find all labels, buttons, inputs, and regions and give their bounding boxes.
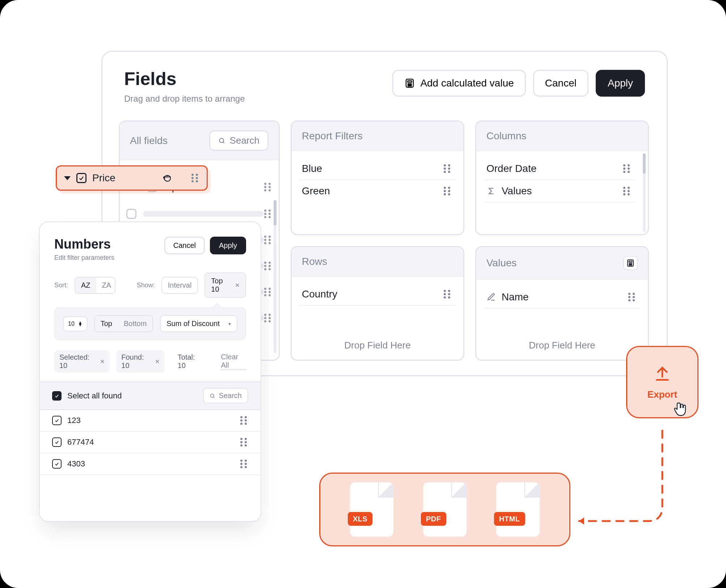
apply-button[interactable]: Apply	[596, 70, 645, 97]
bottom-option[interactable]: Bottom	[118, 316, 152, 331]
chip-label: Values	[502, 185, 532, 197]
svg-point-3	[409, 84, 410, 85]
drag-handle-icon[interactable]	[443, 164, 452, 173]
add-calculated-button[interactable]: Add calculated value	[392, 70, 525, 97]
numbers-apply-button[interactable]: Apply	[210, 237, 246, 254]
drag-handle-icon[interactable]	[628, 293, 636, 301]
chevron-down-icon	[64, 176, 71, 180]
svg-point-13	[631, 263, 632, 264]
list-item[interactable]: 677474	[40, 432, 261, 453]
stepper-value: 10	[68, 321, 75, 327]
export-formats-tray: XLS PDF HTML	[319, 473, 570, 546]
field-chip[interactable]: Values	[484, 180, 635, 203]
show-interval-button[interactable]: Interval	[161, 277, 198, 294]
count-stepper[interactable]: 10 ▲▼	[63, 316, 88, 331]
file-xls[interactable]: XLS	[350, 482, 393, 537]
field-checkbox-checked[interactable]	[76, 173, 86, 183]
dragging-field-chip[interactable]: Price	[56, 165, 208, 191]
drag-handle-icon[interactable]	[263, 236, 272, 244]
selected-tag[interactable]: Selected: 10✕	[54, 350, 110, 373]
rows-zone[interactable]: Rows Country Drop Field Here	[291, 246, 464, 361]
list-search[interactable]: Search	[203, 388, 248, 403]
drag-handle-icon[interactable]	[240, 438, 248, 447]
clear-all-link[interactable]: Clear All	[221, 353, 246, 370]
all-fields-search-placeholder: Search	[230, 135, 259, 146]
scrollbar[interactable]	[643, 153, 646, 232]
drag-handle-icon[interactable]	[263, 288, 272, 296]
drag-handle-icon[interactable]	[263, 314, 272, 322]
list-item[interactable]: 123	[40, 410, 261, 432]
file-badge: HTML	[494, 512, 525, 526]
results-list: Select all found Search 123 677474 4303	[40, 381, 261, 475]
numbers-cancel-button[interactable]: Cancel	[164, 237, 205, 254]
show-top-label: Top 10	[211, 277, 231, 293]
add-calculated-label: Add calculated value	[420, 77, 514, 89]
svg-point-5	[408, 85, 409, 86]
field-chip[interactable]: Order Date	[484, 158, 635, 180]
fields-subtitle: Drag and drop items to arrange	[124, 94, 245, 104]
field-checkbox[interactable]	[126, 209, 136, 219]
svg-point-4	[411, 84, 412, 85]
drag-handle-icon[interactable]	[263, 210, 272, 218]
item-checkbox[interactable]	[52, 416, 62, 425]
file-pdf[interactable]: PDF	[423, 482, 467, 537]
all-fields-search[interactable]: Search	[209, 130, 269, 151]
field-chip[interactable]: Blue	[300, 158, 455, 180]
rows-title: Rows	[302, 256, 327, 267]
item-label: 677474	[67, 437, 240, 447]
drag-handle-icon[interactable]	[263, 183, 272, 191]
svg-rect-1	[408, 81, 412, 82]
svg-rect-10	[629, 261, 632, 263]
selected-tag-label: Selected: 10	[59, 353, 96, 370]
svg-point-14	[629, 265, 630, 266]
values-zone[interactable]: Values Name Drop Field Here	[475, 246, 649, 361]
svg-point-2	[408, 84, 409, 85]
drag-handle-icon[interactable]	[443, 187, 452, 195]
columns-zone[interactable]: Columns Order Date Values	[475, 120, 649, 235]
drag-handle-icon[interactable]	[443, 290, 452, 299]
calculator-icon	[626, 259, 635, 267]
top-filter-card: 10 ▲▼ Top Bottom Sum of Discount ▾	[54, 307, 246, 340]
field-chip[interactable]: Green	[300, 180, 455, 202]
drag-handle-icon[interactable]	[622, 164, 631, 173]
sigma-icon	[486, 186, 496, 196]
field-placeholder	[143, 211, 263, 217]
item-checkbox[interactable]	[52, 459, 62, 469]
select-all-label: Select all found	[67, 391, 122, 401]
close-icon[interactable]: ✕	[235, 282, 240, 289]
list-item[interactable]: 4303	[40, 453, 261, 475]
drag-handle-icon[interactable]	[263, 262, 272, 270]
file-html[interactable]: HTML	[496, 482, 540, 537]
select-all-checkbox[interactable]	[52, 391, 62, 401]
file-badge: PDF	[421, 512, 446, 526]
scrollbar[interactable]	[274, 200, 277, 353]
top-option[interactable]: Top	[95, 316, 118, 331]
drag-handle-icon[interactable]	[240, 416, 248, 425]
sort-toggle[interactable]: AZ ZA	[75, 277, 115, 294]
svg-point-16	[631, 265, 632, 266]
field-chip[interactable]: Name	[484, 286, 640, 309]
numbers-title: Numbers	[54, 237, 114, 252]
drag-handle-icon[interactable]	[622, 187, 631, 195]
item-label: 123	[67, 416, 240, 425]
cancel-button[interactable]: Cancel	[533, 70, 588, 97]
fields-title: Fields	[124, 70, 245, 88]
close-icon[interactable]: ✕	[155, 358, 160, 365]
sort-za[interactable]: ZA	[96, 278, 115, 293]
found-tag[interactable]: Found: 10✕	[116, 350, 165, 373]
drag-handle-icon[interactable]	[240, 460, 248, 468]
aggregate-select[interactable]: Sum of Discount ▾	[160, 315, 237, 332]
top-bottom-toggle[interactable]: Top Bottom	[94, 315, 153, 332]
values-calculator-button[interactable]	[623, 256, 638, 270]
report-filters-zone[interactable]: Report Filters Blue Green	[291, 120, 464, 235]
numbers-subtitle: Edit filter parameters	[54, 254, 114, 262]
sort-az[interactable]: AZ	[75, 278, 96, 293]
drag-handle-icon[interactable]	[191, 174, 199, 182]
field-chip[interactable]: Country	[300, 283, 455, 306]
item-checkbox[interactable]	[52, 437, 62, 447]
item-label: 4303	[67, 459, 240, 469]
found-tag-label: Found: 10	[121, 353, 151, 370]
show-top-button[interactable]: Top 10 ✕	[204, 272, 246, 298]
close-icon[interactable]: ✕	[100, 358, 105, 365]
chip-label: Country	[302, 288, 337, 300]
